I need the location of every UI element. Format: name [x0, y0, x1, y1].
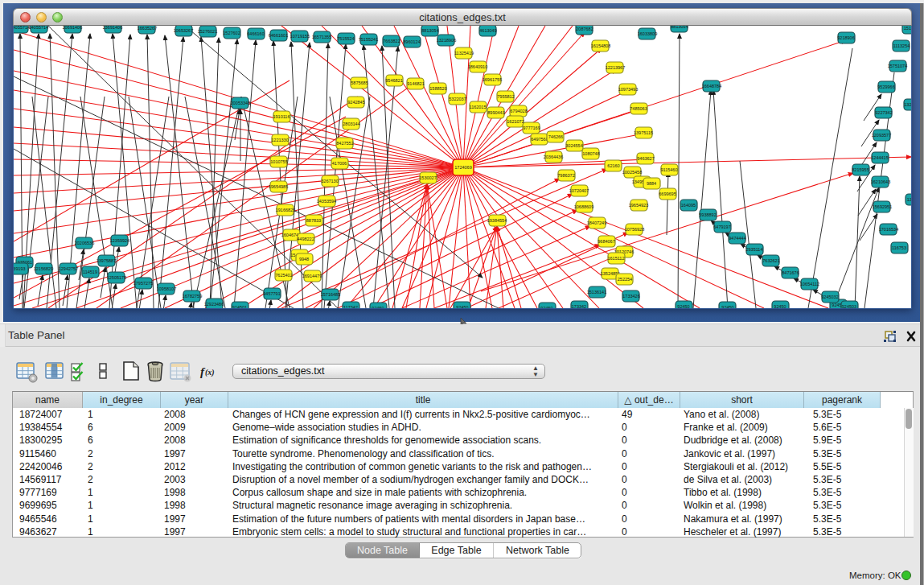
svg-text:1621072: 1621072 — [507, 119, 524, 124]
svg-text:3267130: 3267130 — [321, 179, 338, 183]
svg-text:924503: 924503 — [842, 304, 856, 308]
svg-text:8427552: 8427552 — [336, 141, 353, 146]
svg-text:887833: 887833 — [306, 218, 321, 223]
svg-text:1113254: 1113254 — [893, 43, 910, 48]
svg-text:4498222: 4498222 — [297, 237, 314, 241]
svg-text:92450: 92450 — [677, 304, 689, 308]
svg-text:9948: 9948 — [299, 257, 309, 262]
svg-text:9777169: 9777169 — [523, 126, 540, 130]
svg-text:7986372: 7986372 — [557, 173, 574, 178]
svg-text:9529966: 9529966 — [877, 84, 894, 89]
svg-text:252254: 252254 — [618, 277, 632, 282]
svg-text:12093577: 12093577 — [872, 133, 891, 138]
svg-text:15716485: 15716485 — [321, 292, 340, 297]
svg-text:1010755: 1010755 — [270, 159, 287, 164]
svg-text:9474444: 9474444 — [729, 236, 745, 241]
svg-text:16961755: 16961755 — [483, 77, 502, 82]
svg-text:92450: 92450 — [774, 304, 786, 308]
svg-text:8813054: 8813054 — [671, 26, 688, 29]
svg-text:9245032: 9245032 — [821, 295, 838, 299]
svg-text:9546821: 9546821 — [385, 78, 402, 83]
svg-text:92450: 92450 — [540, 306, 552, 308]
svg-text:746266: 746266 — [548, 134, 563, 139]
svg-text:12505175: 12505175 — [107, 275, 126, 280]
svg-text:3024554: 3024554 — [565, 143, 582, 148]
svg-text:10958107: 10958107 — [157, 286, 176, 291]
svg-text:6699695: 6699695 — [659, 192, 676, 196]
svg-text:417006: 417006 — [332, 161, 347, 166]
svg-text:20364436: 20364436 — [544, 154, 563, 159]
svg-text:6479197: 6479197 — [713, 225, 730, 229]
svg-text:1530027: 1530027 — [419, 175, 436, 180]
svg-text:1910116: 1910116 — [273, 114, 290, 119]
svg-text:11325419: 11325419 — [454, 51, 474, 56]
svg-text:7515524: 7515524 — [337, 36, 354, 41]
svg-text:13975887: 13975887 — [97, 258, 116, 263]
svg-text:75155241: 75155241 — [359, 37, 378, 42]
svg-text:8215955: 8215955 — [852, 167, 869, 172]
svg-text:4613049: 4613049 — [479, 28, 496, 33]
svg-text:8990443: 8990443 — [487, 110, 504, 115]
svg-text:(x): (x) — [205, 368, 215, 377]
svg-text:10756928: 10756928 — [625, 227, 644, 232]
svg-text:15751074: 15751074 — [888, 64, 907, 68]
svg-text:151552: 151552 — [904, 26, 911, 31]
svg-text:9218906: 9218906 — [837, 35, 854, 40]
svg-text:18407249: 18407249 — [587, 220, 606, 225]
svg-text:19384554: 19384554 — [487, 218, 507, 223]
svg-text:17016534: 17016534 — [879, 227, 898, 232]
svg-text:16154808: 16154808 — [591, 43, 610, 48]
svg-text:12213967: 12213967 — [606, 65, 625, 70]
svg-text:1221330: 1221330 — [271, 138, 288, 142]
svg-text:1588520: 1588520 — [429, 86, 446, 91]
svg-text:114519: 114519 — [83, 270, 97, 274]
svg-text:1162015: 1162015 — [469, 105, 486, 109]
svg-text:8471676: 8471676 — [782, 270, 799, 275]
svg-text:8960124: 8960124 — [403, 39, 420, 44]
svg-text:1615112: 1615112 — [607, 256, 624, 261]
svg-text:9146821: 9146821 — [407, 81, 424, 86]
svg-text:64661601: 64661601 — [269, 33, 288, 38]
svg-text:13218906: 13218906 — [437, 38, 456, 43]
svg-text:2087682: 2087682 — [576, 27, 593, 31]
svg-text:164095: 164095 — [681, 203, 696, 208]
svg-text:16914479: 16914479 — [302, 274, 322, 278]
svg-text:14353594: 14353594 — [317, 199, 336, 204]
svg-text:6466160: 6466160 — [247, 31, 264, 36]
svg-text:117342: 117342 — [343, 305, 358, 308]
svg-text:1325419: 1325419 — [904, 102, 911, 107]
svg-text:1527602: 1527602 — [223, 31, 240, 35]
svg-text:7632621: 7632621 — [762, 258, 779, 263]
svg-text:23691406: 23691406 — [103, 26, 122, 30]
svg-text:9463627: 9463627 — [637, 156, 654, 161]
svg-text:16033809: 16033809 — [638, 31, 657, 36]
svg-text:9684067: 9684067 — [598, 239, 614, 244]
svg-text:16648784: 16648784 — [702, 84, 721, 89]
svg-text:14055714: 14055714 — [29, 26, 48, 30]
svg-text:12942757: 12942757 — [59, 266, 78, 271]
svg-text:10720407: 10720407 — [569, 188, 589, 193]
svg-text:10719155: 10719155 — [290, 34, 310, 39]
svg-text:92450: 92450 — [372, 306, 384, 308]
svg-text:116753: 116753 — [892, 245, 906, 250]
svg-text:10025458: 10025458 — [622, 170, 642, 175]
svg-text:7625402: 7625402 — [275, 273, 292, 278]
svg-text:18640910: 18640910 — [468, 64, 487, 69]
svg-text:130453: 130453 — [907, 197, 911, 202]
svg-text:6497568: 6497568 — [531, 137, 548, 142]
svg-text:10654112: 10654112 — [800, 282, 819, 286]
svg-text:15136141: 15136141 — [587, 290, 606, 295]
svg-text:10653267: 10653267 — [174, 28, 193, 33]
svg-text:1733426: 1733426 — [622, 294, 639, 299]
svg-text:20053346: 20053346 — [231, 101, 250, 105]
svg-text:2803144: 2803144 — [343, 122, 359, 126]
svg-text:9227342: 9227342 — [875, 110, 892, 115]
svg-text:10973493: 10973493 — [618, 87, 638, 92]
svg-text:9884: 9884 — [647, 181, 656, 186]
svg-text:5875685: 5875685 — [351, 80, 368, 85]
svg-text:1724069: 1724069 — [454, 165, 471, 170]
svg-text:1244415: 1244415 — [871, 155, 888, 160]
svg-text:9115460: 9115460 — [660, 167, 677, 172]
svg-text:8813054: 8813054 — [421, 28, 438, 33]
svg-text:12359924: 12359924 — [110, 238, 129, 243]
